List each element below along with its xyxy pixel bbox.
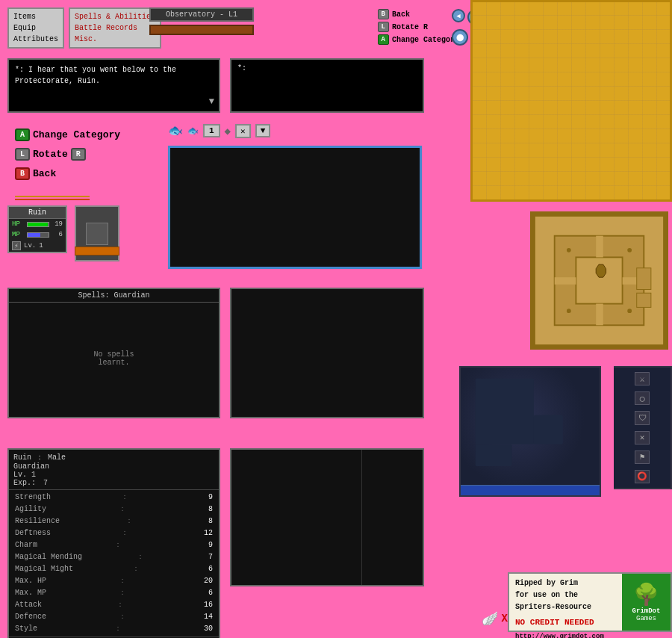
b-button-label: B: [378, 9, 389, 19]
lv-row: ⚡ Lv. 1: [9, 240, 66, 252]
mini-menu-sword[interactable]: ⚔: [635, 372, 650, 385]
stat-style: Style ： 30: [15, 623, 213, 635]
stats-right-panel: [230, 448, 424, 586]
rotate-hud[interactable]: L Rotate R: [15, 148, 86, 161]
rotate-hud-label: Rotate: [33, 149, 68, 160]
lv-icon: ⚡: [12, 241, 21, 250]
mp-value: 6: [52, 231, 63, 238]
nav-down-btn[interactable]: ⬤: [452, 29, 468, 46]
svg-point-14: [627, 309, 632, 313]
stat-magical-mending: Magical Mending ： 7: [15, 551, 213, 563]
change-category-hud[interactable]: A Change Category: [15, 128, 120, 141]
dungeon-map-svg: [533, 214, 665, 347]
nav-equip[interactable]: Equip: [13, 22, 58, 34]
no-spells-text: No spells learnt.: [93, 350, 134, 367]
bottom-right-area: ⚔ ◯ 🛡 ✕ ⚑ ⭕: [459, 366, 672, 515]
menu-wing-icon: 🪽: [482, 610, 498, 627]
svg-point-13: [567, 309, 571, 313]
menu-x-label: X: [501, 613, 507, 625]
mini-menu-cross[interactable]: ✕: [635, 431, 650, 445]
main-display: [168, 146, 422, 269]
credit-line3: Spriters-Resource: [515, 601, 616, 613]
top-right-map: [470, 0, 672, 202]
a-button-hud: A: [15, 128, 30, 141]
top-controls: B Back L Rotate R A Change Category: [378, 9, 459, 45]
lv-value: 1: [39, 242, 43, 250]
spells-panel-left: Spells: Guardian No spells learnt.: [7, 288, 220, 418]
hp-bar: [28, 223, 48, 226]
nav-misc[interactable]: Misc.: [75, 34, 155, 45]
fish-icon-left: 🐟: [187, 126, 199, 137]
portrait-bar: [75, 247, 119, 255]
location-sub-bar: [149, 25, 254, 35]
stats-char-info: Ruin ： Male Guardian Lv. 1 Exp.: 7: [13, 452, 214, 487]
stats-char-exp: Exp.: 7: [13, 479, 214, 487]
nav-num-box[interactable]: 1: [203, 124, 220, 137]
nav-attributes[interactable]: Attributes: [13, 34, 58, 45]
hp-row: HP 19: [9, 219, 66, 229]
nav-box-main[interactable]: Items Equip Attributes: [7, 7, 64, 49]
dark-map-overlay: [461, 368, 600, 495]
stat-max-mp: Max. MP ： 6: [15, 587, 213, 599]
change-category-hud-label: Change Category: [33, 129, 120, 140]
back-label: Back: [392, 10, 410, 19]
divider: [15, 196, 90, 199]
portrait-icon: [86, 223, 108, 245]
credit-box: Ripped by Grim for use on the Spriters-R…: [508, 572, 672, 632]
svg-rect-17: [534, 415, 563, 445]
mini-menu-flag[interactable]: ⚑: [635, 450, 650, 464]
back-hud-label: Back: [33, 168, 56, 179]
dark-map: [459, 366, 601, 497]
nav-middle: 🐟 🐟 1 ◆ ✕ ▼: [168, 123, 270, 138]
nav-dropdown[interactable]: ▼: [255, 124, 271, 137]
credit-line4: NO CREDIT NEEDED: [515, 616, 616, 630]
stats-right-inner: [231, 450, 362, 585]
svg-marker-4: [596, 264, 606, 277]
back-control[interactable]: B Back: [378, 9, 459, 19]
divider-line1: [15, 196, 90, 197]
svg-rect-7: [555, 277, 576, 285]
nav-x-box[interactable]: ✕: [235, 124, 251, 138]
stat-magical-might: Magical Might ： 6: [15, 563, 213, 575]
svg-point-11: [567, 248, 571, 253]
stats-char-name-class: Ruin ： Male: [13, 452, 214, 462]
svg-point-12: [627, 248, 632, 253]
a-button-label-top: A: [378, 34, 389, 45]
dialog-left: *: I hear that you went below to the Pro…: [7, 58, 220, 113]
nav-box-secondary[interactable]: Spells & Abilities Battle Records Misc.: [69, 7, 161, 49]
dungeon-map: [530, 211, 668, 350]
mini-menu-shield[interactable]: 🛡: [635, 411, 650, 424]
mini-menu-dot[interactable]: ⭕: [635, 470, 650, 483]
stat-strength: Strength ： 9: [15, 492, 213, 504]
stat-attack: Attack ： 16: [15, 599, 213, 611]
spells-header: Spells: Guardian: [9, 289, 219, 303]
nav-items[interactable]: Items: [13, 11, 58, 22]
svg-rect-9: [637, 268, 651, 290]
rotate-control[interactable]: L Rotate R: [378, 22, 459, 32]
stats-header: Ruin ： Male Guardian Lv. 1 Exp.: 7: [9, 450, 219, 490]
nav-spells[interactable]: Spells & Abilities: [75, 11, 155, 22]
credit-logo-subtext: Games: [636, 615, 656, 622]
stat-agility: Agility ： 8: [15, 504, 213, 515]
lv-label: Lv.: [24, 242, 36, 250]
credit-line1: Ripped by Grim: [515, 577, 616, 589]
stats-char-class: Guardian: [13, 462, 214, 471]
nav-dot: ◆: [225, 125, 231, 137]
change-category-control[interactable]: A Change Category: [378, 34, 459, 45]
svg-rect-5: [596, 236, 603, 258]
svg-rect-6: [596, 304, 603, 326]
dialog-right-prefix: *:: [237, 64, 246, 72]
nav-battle-records[interactable]: Battle Records: [75, 22, 155, 34]
mini-menu-panel: ⚔ ◯ 🛡 ✕ ⚑ ⭕: [614, 366, 672, 489]
stat-max-hp: Max. HP ： 20: [15, 575, 213, 587]
spells-panel-right: [230, 288, 424, 418]
dialog-right: *:: [230, 58, 424, 113]
back-hud[interactable]: B Back: [15, 167, 56, 180]
nav-left-btn[interactable]: ◀: [452, 9, 465, 22]
mini-menu-circle[interactable]: ◯: [635, 391, 650, 405]
change-category-label-top: Change Category: [392, 36, 459, 44]
mp-label: MP: [12, 231, 24, 238]
hp-value: 19: [52, 220, 63, 228]
stats-grid: Strength ： 9 Agility ： 8 Resilience ： 8 …: [9, 490, 219, 637]
b-button-hud: B: [15, 167, 30, 180]
